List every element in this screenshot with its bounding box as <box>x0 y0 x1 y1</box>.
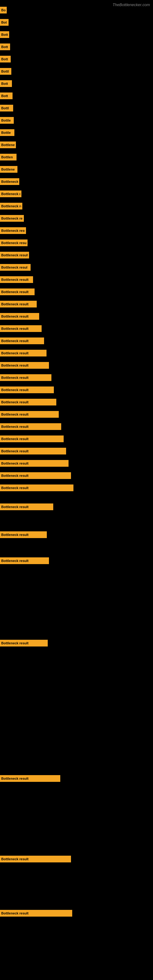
bar-label: Bottleneck result <box>1 486 29 490</box>
bar-item: Bottleneck result <box>0 448 66 455</box>
bar-label: Bottleneck result <box>1 474 29 477</box>
bar-item: Bottleneck re <box>0 203 22 210</box>
bar-item: Bo <box>0 7 7 13</box>
bar-label: Bottle <box>1 119 11 122</box>
bar-label: Bottleneck result <box>1 400 29 404</box>
bar-item: Bottleneck result <box>0 387 54 393</box>
bar-item: Bottleneck result <box>0 301 37 307</box>
bar-item: Bottleneck result <box>0 485 73 491</box>
bar-item: Bottleneck result <box>0 191 21 197</box>
bar-item: Bot <box>0 19 9 26</box>
bar-item: Bott <box>0 31 9 38</box>
bar-item: Bott <box>0 92 13 99</box>
bar-item: Bottleneck result <box>0 276 33 283</box>
bar-label: Bottleneck result <box>1 229 25 232</box>
bar-item: Bottleneck r <box>0 178 19 185</box>
bar-label: Bottleneck result <box>1 253 28 257</box>
bar-label: Bottleneck result <box>1 351 29 355</box>
bar-label: Bottleneck result <box>1 216 22 220</box>
bar-label: Bottleneck result <box>1 437 29 441</box>
bar-label: Bott <box>1 33 8 37</box>
bar-label: Bottlen <box>1 155 13 159</box>
bar-label: Bottleneck result <box>1 857 29 861</box>
bar-label: Bottleneck result <box>1 290 29 294</box>
bar-item: Bottleneck result <box>0 472 71 479</box>
bar-item: Bottleneck result <box>0 640 48 646</box>
bar-label: Bottlene <box>1 167 15 171</box>
bar-label: Bottleneck result <box>1 302 29 306</box>
bar-item: Bottleneck result <box>0 337 44 344</box>
bar-label: Bott <box>1 57 8 61</box>
bar-label: Bo <box>1 8 5 12</box>
bar-label: Bottleneck result <box>1 376 29 379</box>
bar-label: Bottleneck result <box>1 912 29 915</box>
bar-item: Bottleneck result <box>0 775 60 782</box>
bar-label: Bottleneck r <box>1 180 18 183</box>
bar-item: Bottleneck result <box>0 350 46 356</box>
bar-item: Bottl <box>0 105 13 111</box>
bar-label: Bottleneck result <box>1 278 29 282</box>
bar-label: Bottlene <box>1 143 15 147</box>
bar-label: Bottleneck result <box>1 425 29 428</box>
bar-item: Bott <box>0 80 12 87</box>
bar-label: Bottleneck resul <box>1 266 27 269</box>
bar-item: Bottleneck result <box>0 313 39 320</box>
bar-label: Bott <box>1 94 8 98</box>
bar-label: Bottleneck result <box>1 339 29 343</box>
bar-item: Bottlene <box>0 142 16 148</box>
bar-item: Bottlene <box>0 166 18 173</box>
bar-label: Bottleneck result <box>1 776 29 780</box>
bar-item: Bottleneck result <box>0 503 53 510</box>
bar-label: Bottleneck result <box>1 461 29 465</box>
bar-item: Bottleneck result <box>0 374 51 381</box>
bar-item: Bott <box>0 43 10 50</box>
bar-label: Bottleneck result <box>1 364 29 367</box>
bar-item: Bottleneck resul <box>0 264 30 271</box>
bar-label: Bottleneck result <box>1 327 29 331</box>
site-title: TheBottlenecker.com <box>113 2 150 7</box>
bar-label: Bottleneck result <box>1 388 29 392</box>
bar-label: Bottleneck result <box>1 315 29 318</box>
bar-item: Bottleneck result <box>0 531 47 538</box>
bar-item: Bottleneck result <box>0 288 35 295</box>
bar-label: Bottleneck result <box>1 559 29 563</box>
bar-label: Bottleneck result <box>1 192 20 196</box>
bar-label: Bott <box>1 45 8 49</box>
bar-label: Bottleneck result <box>1 412 29 416</box>
bar-item: Bottleneck result <box>0 227 26 234</box>
bar-item: Bottleneck result <box>0 423 61 430</box>
bar-item: Bottleneck result <box>0 399 56 406</box>
bar-item: Bottleneck result <box>0 910 72 916</box>
bar-item: Bottleneck result <box>0 362 49 369</box>
bar-item: Bottleneck result <box>0 252 29 258</box>
bar-item: Bottleneck result <box>0 411 59 418</box>
bar-label: Bottl <box>1 106 9 110</box>
bar-item: Bottle <box>0 117 14 124</box>
bar-label: Bottleneck re <box>1 204 21 208</box>
bar-item: Bottleneck result <box>0 215 24 222</box>
bar-item: Bott <box>0 56 11 62</box>
bar-item: Bottleneck result <box>0 557 49 564</box>
bar-item: Bottleneck result <box>0 240 27 246</box>
bar-label: Bottleneck result <box>1 505 29 509</box>
bar-label: Bottleneck result <box>1 533 29 536</box>
bar-label: Bottle <box>1 131 11 134</box>
bar-item: Bottleneck result <box>0 460 69 467</box>
bar-item: Bottleneck result <box>0 325 41 332</box>
bar-label: Bottl <box>1 70 9 73</box>
bar-item: Bottle <box>0 129 14 136</box>
bar-label: Bottleneck result <box>1 449 29 453</box>
bar-label: Bottleneck result <box>1 641 29 645</box>
bar-item: Bottlen <box>0 154 16 161</box>
bar-item: Bottl <box>0 68 11 75</box>
bar-label: Bott <box>1 82 8 86</box>
bar-item: Bottleneck result <box>0 856 71 862</box>
bar-item: Bottleneck result <box>0 436 64 442</box>
bar-label: Bot <box>1 21 7 24</box>
bar-label: Bottleneck result <box>1 241 26 245</box>
